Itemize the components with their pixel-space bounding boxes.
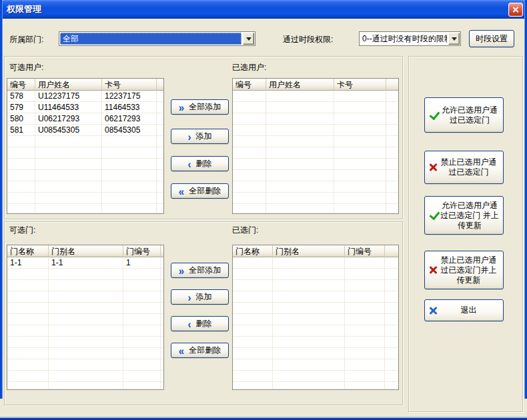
- empty-row[interactable]: [233, 102, 398, 113]
- selected-doors-header: 门名称门别名门编号: [233, 245, 398, 257]
- column-header[interactable]: 门名称: [233, 245, 273, 257]
- table-cell: [7, 159, 35, 170]
- empty-row[interactable]: [233, 181, 398, 193]
- available-doors-table[interactable]: 门名称门别名门编号 1-11-11: [7, 245, 164, 390]
- doors-add-all-button[interactable]: » 全部添加: [171, 263, 229, 278]
- column-header[interactable]: 卡号: [334, 79, 386, 91]
- empty-row[interactable]: [233, 113, 398, 125]
- table-cell: [334, 147, 386, 159]
- empty-row[interactable]: [233, 159, 398, 170]
- empty-row[interactable]: [7, 359, 163, 371]
- available-users-table[interactable]: 编号用户姓名卡号 578U1223717512237175579U1146453…: [7, 78, 164, 214]
- empty-row[interactable]: [233, 257, 398, 269]
- empty-row[interactable]: [7, 193, 163, 204]
- table-cell: [266, 147, 334, 159]
- empty-row[interactable]: [7, 337, 163, 348]
- allow-access-upload-button[interactable]: 允许已选用户通过已选定门 并上传更新: [424, 196, 504, 235]
- table-cell: [266, 125, 334, 136]
- column-header[interactable]: 门别名: [273, 245, 345, 257]
- table-cell: [123, 291, 161, 303]
- table-cell: [7, 371, 49, 382]
- empty-row[interactable]: [7, 382, 163, 390]
- empty-row[interactable]: [233, 325, 398, 337]
- table-row[interactable]: 1-11-11: [7, 257, 163, 269]
- empty-row[interactable]: [233, 337, 398, 348]
- empty-row[interactable]: [7, 303, 163, 314]
- selected-doors-label: 已选门:: [232, 225, 258, 236]
- table-cell: [345, 291, 385, 303]
- users-add-button[interactable]: › 添加: [171, 129, 229, 144]
- table-cell: [266, 181, 334, 193]
- empty-row[interactable]: [7, 314, 163, 325]
- exit-button[interactable]: 退出: [424, 299, 504, 321]
- column-header[interactable]: 门名称: [7, 245, 49, 257]
- table-row[interactable]: 579U1146453311464533: [7, 102, 163, 113]
- empty-row[interactable]: [7, 159, 163, 170]
- table-cell-filler: [161, 371, 163, 382]
- empty-row[interactable]: [7, 204, 163, 214]
- selected-doors-table[interactable]: 门名称门别名门编号: [232, 245, 399, 390]
- empty-row[interactable]: [233, 91, 398, 102]
- empty-row[interactable]: [7, 181, 163, 193]
- doors-remove-all-button[interactable]: « 全部删除: [171, 343, 229, 358]
- empty-row[interactable]: [7, 291, 163, 303]
- double-left-arrow-icon: «: [179, 343, 184, 358]
- empty-row[interactable]: [233, 269, 398, 280]
- table-row[interactable]: 578U1223717512237175: [7, 91, 163, 102]
- close-icon: [512, 6, 520, 13]
- empty-row[interactable]: [7, 371, 163, 382]
- empty-row[interactable]: [233, 382, 398, 390]
- empty-row[interactable]: [233, 371, 398, 382]
- empty-row[interactable]: [233, 147, 398, 159]
- selected-users-table[interactable]: 编号用户姓名卡号: [232, 78, 399, 214]
- users-add-all-button[interactable]: » 全部添加: [171, 99, 229, 115]
- empty-row[interactable]: [233, 348, 398, 359]
- users-remove-all-button[interactable]: « 全部删除: [171, 183, 229, 199]
- empty-row[interactable]: [7, 170, 163, 181]
- empty-row[interactable]: [7, 136, 163, 147]
- chevron-down-icon[interactable]: [243, 33, 254, 45]
- table-cell: [123, 359, 161, 371]
- column-header[interactable]: 编号: [7, 79, 35, 91]
- empty-row[interactable]: [7, 325, 163, 337]
- empty-row[interactable]: [233, 359, 398, 371]
- table-cell-filler: [161, 291, 163, 303]
- empty-row[interactable]: [7, 348, 163, 359]
- empty-row[interactable]: [233, 170, 398, 181]
- column-header[interactable]: 卡号: [102, 79, 157, 91]
- empty-row[interactable]: [233, 125, 398, 136]
- empty-row[interactable]: [233, 280, 398, 291]
- empty-row[interactable]: [233, 291, 398, 303]
- forbid-access-upload-button[interactable]: 禁止已选用户通过已选定门并上传更新: [424, 251, 504, 289]
- table-cell: [233, 170, 266, 181]
- empty-row[interactable]: [233, 303, 398, 314]
- table-row[interactable]: 580U0621729306217293: [7, 113, 163, 125]
- column-header[interactable]: 门编号: [123, 245, 161, 257]
- timezone-select[interactable]: 0--通过时没有时段的限制: [359, 31, 461, 46]
- column-header[interactable]: 门别名: [49, 245, 123, 257]
- empty-row[interactable]: [7, 147, 163, 159]
- doors-add-button[interactable]: › 添加: [171, 289, 229, 305]
- chevron-down-icon[interactable]: [448, 33, 460, 45]
- column-header[interactable]: 门编号: [345, 245, 385, 257]
- column-header[interactable]: 用户姓名: [35, 79, 102, 91]
- department-select[interactable]: 全部: [59, 31, 255, 46]
- users-remove-button[interactable]: ‹ 删除: [171, 156, 229, 171]
- column-header[interactable]: 编号: [233, 79, 266, 91]
- empty-row[interactable]: [233, 204, 398, 214]
- empty-row[interactable]: [7, 269, 163, 280]
- column-header[interactable]: 用户姓名: [266, 79, 334, 91]
- table-cell: 1: [123, 257, 161, 269]
- empty-row[interactable]: [233, 193, 398, 204]
- table-cell: 11464533: [102, 102, 157, 113]
- empty-row[interactable]: [233, 136, 398, 147]
- doors-remove-button[interactable]: ‹ 删除: [171, 316, 229, 331]
- empty-row[interactable]: [7, 280, 163, 291]
- close-button[interactable]: [508, 3, 523, 17]
- allow-access-button[interactable]: 允许已选用户通过已选定门: [424, 97, 504, 133]
- empty-row[interactable]: [233, 314, 398, 325]
- table-row[interactable]: 581U0854530508545305: [7, 125, 163, 136]
- table-cell: [7, 269, 49, 280]
- time-setting-button[interactable]: 时段设置: [469, 30, 514, 47]
- forbid-access-button[interactable]: 禁止已选用户通过已选定门: [424, 151, 504, 184]
